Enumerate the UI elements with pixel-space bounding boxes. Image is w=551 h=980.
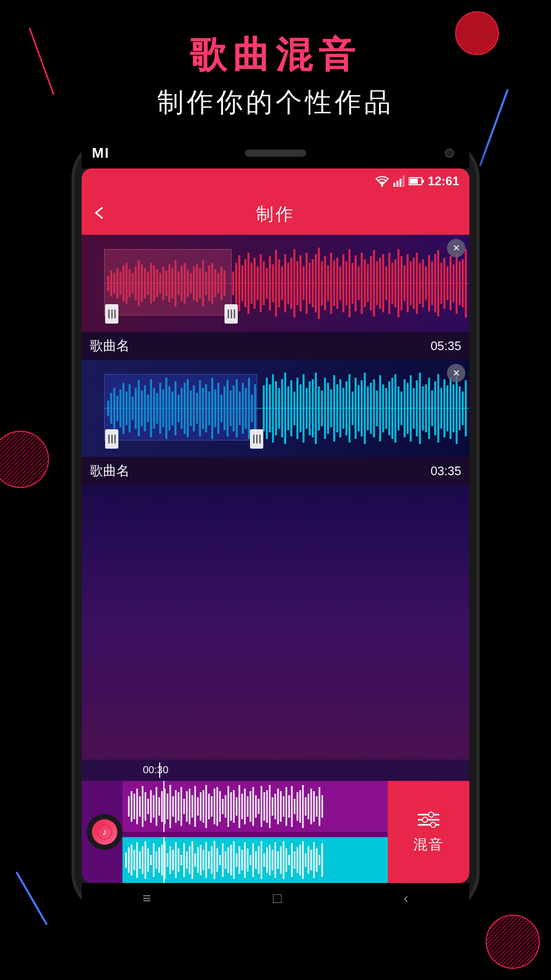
svg-rect-373: [244, 842, 245, 878]
svg-rect-339: [150, 855, 152, 865]
svg-rect-336: [142, 846, 143, 874]
svg-rect-367: [228, 847, 229, 873]
track1-duration: 05:35: [431, 339, 461, 353]
svg-rect-239: [422, 386, 424, 430]
track-close-button-1[interactable]: ✕: [447, 239, 465, 257]
page-title-main: 歌曲混音: [0, 31, 551, 80]
svg-rect-331: [128, 847, 130, 873]
svg-rect-61: [238, 255, 240, 311]
svg-point-10: [381, 185, 383, 187]
phone-speaker: [245, 150, 306, 157]
page-title-sub: 制作你的个性作品: [0, 85, 551, 120]
svg-rect-370: [236, 853, 237, 867]
phone-frame: MI: [71, 138, 480, 914]
svg-rect-340: [153, 843, 155, 877]
nav-menu-button[interactable]: ≡: [143, 890, 151, 906]
mix-button[interactable]: 混音: [388, 781, 469, 883]
track2-handle-right[interactable]: [250, 429, 263, 449]
svg-rect-98: [352, 263, 354, 304]
track2-duration: 03:35: [431, 464, 461, 478]
svg-rect-320: [302, 785, 304, 828]
svg-rect-393: [299, 845, 301, 875]
svg-rect-341: [156, 851, 157, 869]
battery-icon: [409, 176, 424, 187]
svg-rect-131: [453, 264, 455, 302]
back-button[interactable]: [92, 204, 107, 225]
player-waveform[interactable]: ♪: [82, 781, 388, 883]
track-waveform-2[interactable]: ✕ 0:33 2:33: [82, 360, 469, 457]
svg-rect-348: [175, 842, 177, 878]
svg-rect-356: [197, 847, 198, 873]
svg-rect-246: [443, 379, 445, 437]
svg-rect-396: [308, 846, 309, 874]
nav-back-button[interactable]: ‹: [404, 890, 408, 906]
track1-handle-right[interactable]: [224, 304, 238, 324]
svg-rect-354: [191, 841, 193, 879]
svg-rect-227: [385, 388, 387, 429]
svg-rect-250: [456, 373, 458, 444]
svg-rect-353: [189, 846, 190, 874]
svg-rect-400: [319, 855, 320, 865]
track1-selection[interactable]: [104, 249, 232, 315]
timeline-cursor: [159, 763, 160, 778]
svg-rect-225: [379, 375, 381, 442]
svg-rect-115: [404, 265, 406, 301]
svg-rect-216: [352, 391, 354, 425]
svg-rect-296: [236, 797, 237, 816]
track2-handle-left[interactable]: [105, 429, 118, 449]
svg-rect-97: [348, 249, 350, 317]
svg-rect-240: [425, 384, 427, 432]
svg-rect-279: [189, 789, 190, 824]
svg-rect-304: [258, 799, 259, 814]
svg-rect-59: [232, 272, 234, 295]
deco-circle-left: [0, 429, 51, 490]
track-section-2: ✕ 0:33 2:33: [82, 360, 469, 485]
svg-rect-94: [339, 266, 341, 300]
timeline-area: 00:30: [82, 760, 469, 781]
svg-rect-316: [291, 786, 292, 827]
svg-rect-332: [131, 845, 132, 875]
svg-rect-357: [200, 845, 202, 875]
svg-rect-323: [310, 789, 312, 824]
track-waveform-1[interactable]: ✕ 0:33 1:33: [82, 235, 469, 332]
app-bar: 制作: [82, 194, 469, 235]
svg-rect-277: [183, 799, 185, 814]
svg-rect-260: [136, 789, 138, 824]
svg-rect-65: [251, 263, 253, 304]
svg-rect-365: [222, 843, 223, 877]
svg-rect-224: [376, 390, 378, 426]
svg-rect-119: [416, 253, 418, 314]
svg-rect-259: [134, 794, 135, 819]
svg-rect-90: [327, 265, 329, 301]
player-play-button[interactable]: ♪: [87, 814, 122, 850]
svg-rect-327: [321, 795, 323, 818]
track1-handle-left[interactable]: [105, 304, 118, 324]
svg-rect-326: [319, 787, 320, 826]
svg-rect-307: [266, 790, 268, 823]
svg-rect-73: [275, 250, 277, 316]
svg-rect-66: [254, 258, 256, 309]
timeline-label: 00:30: [143, 764, 168, 776]
svg-rect-109: [385, 266, 387, 300]
track-close-button-2[interactable]: ✕: [447, 364, 465, 382]
svg-rect-60: [235, 263, 237, 304]
svg-rect-78: [290, 258, 292, 309]
svg-rect-241: [428, 378, 430, 439]
svg-rect-289: [216, 787, 218, 826]
nav-home-button[interactable]: □: [273, 890, 282, 906]
svg-rect-193: [281, 379, 283, 437]
svg-rect-318: [296, 792, 298, 821]
svg-rect-261: [139, 796, 141, 817]
svg-rect-114: [400, 256, 403, 310]
svg-rect-107: [379, 258, 381, 309]
svg-rect-369: [233, 841, 235, 879]
svg-rect-394: [302, 841, 304, 879]
svg-rect-208: [327, 383, 329, 434]
track2-selection[interactable]: [104, 374, 257, 440]
svg-rect-129: [446, 266, 448, 300]
svg-rect-92: [333, 260, 335, 306]
svg-point-408: [431, 822, 436, 827]
svg-rect-262: [142, 786, 143, 827]
svg-rect-305: [261, 786, 262, 827]
svg-rect-310: [274, 794, 276, 819]
